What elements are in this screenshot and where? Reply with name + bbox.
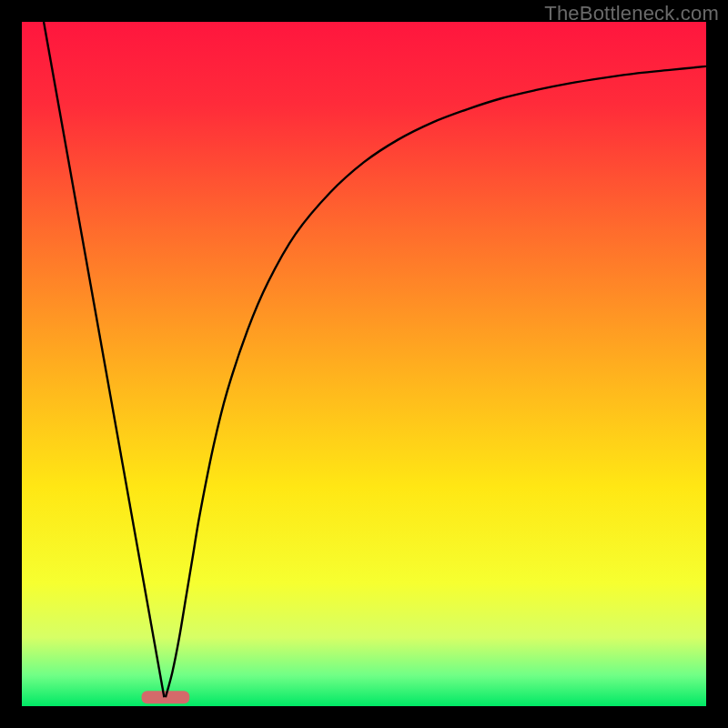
bottleneck-chart [22, 22, 706, 706]
chart-frame [22, 22, 706, 706]
gradient-background [22, 22, 706, 706]
watermark-text: TheBottleneck.com [544, 2, 719, 25]
